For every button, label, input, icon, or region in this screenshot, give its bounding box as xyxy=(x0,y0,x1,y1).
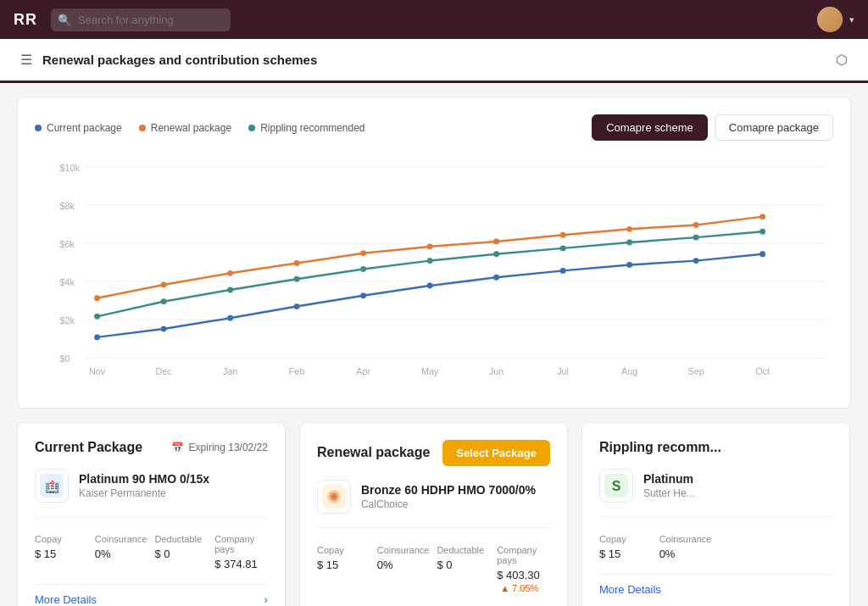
subheader: ☰ Renewal packages and contribution sche… xyxy=(0,39,868,83)
line-chart: $10k $8k $6k $4k $2k $0 Nov Dec Jan Feb … xyxy=(35,154,833,387)
svg-point-23 xyxy=(94,334,100,340)
renewal-company-pays-value: $ 403.30 ▲ 7.05% xyxy=(497,569,550,594)
renewal-copay-value: $ 15 xyxy=(317,559,370,571)
renewal-package-title: Renewal package xyxy=(317,445,430,460)
renewal-coinsurance-label: Coinsurance xyxy=(377,545,431,555)
renewal-plan-icon xyxy=(317,480,351,514)
renewal-deductable-col: Deductable $ 0 xyxy=(437,545,490,594)
svg-text:$8k: $8k xyxy=(59,201,75,211)
current-more-details-link[interactable]: More Details › xyxy=(35,584,268,606)
compare-scheme-button[interactable]: Comapre scheme xyxy=(592,114,708,141)
current-plan-name: Platinum 90 HMO 0/15x xyxy=(79,472,209,486)
current-package-header: Current Package 📅 Expiring 13/02/22 xyxy=(35,440,268,455)
chevron-down-icon[interactable]: ▾ xyxy=(849,14,854,25)
legend-label: Current package xyxy=(47,122,122,134)
svg-point-55 xyxy=(760,229,765,235)
rippling-plan-info: S Platinum Sutter He... xyxy=(599,469,832,517)
svg-point-41 xyxy=(560,232,566,238)
renewal-plan-grid: Copay $ 15 Coinsurance 0% Deductable $ 0… xyxy=(317,545,550,594)
current-plan-provider: Kaiser Permanente xyxy=(79,487,209,499)
renewal-plan-details: Bronze 60 HDHP HMO 7000/0% CalChoice xyxy=(361,483,536,510)
svg-text:Sep: Sep xyxy=(688,366,704,376)
legend-item: Current package xyxy=(35,122,122,134)
compare-package-button[interactable]: Comapre package xyxy=(715,114,833,141)
chart-header: Current packageRenewal packageRippling r… xyxy=(35,114,833,141)
svg-point-53 xyxy=(626,240,632,246)
current-plan-grid: Copay $ 15 Coinsurance 0% Deductable $ 0… xyxy=(35,534,268,570)
rippling-more-details-link[interactable]: More Details xyxy=(599,574,832,596)
svg-text:$4k: $4k xyxy=(59,277,75,287)
svg-point-36 xyxy=(227,270,233,276)
rippling-copay-label: Copay xyxy=(599,534,653,544)
svg-point-51 xyxy=(493,251,499,257)
topnav-right: ▾ xyxy=(817,7,854,32)
renewal-package-header: Renewal package Select Package xyxy=(317,440,550,466)
current-plan-info: 🏥 Platinum 90 HMO 0/15x Kaiser Permanent… xyxy=(35,469,268,517)
svg-text:🏥: 🏥 xyxy=(45,480,60,494)
svg-point-46 xyxy=(161,298,167,304)
avatar[interactable] xyxy=(817,7,843,32)
top-navigation: RR 🔍 ▾ xyxy=(0,0,868,39)
svg-point-34 xyxy=(94,295,100,301)
main-content: Current packageRenewal packageRippling r… xyxy=(0,83,868,606)
current-deductable-col: Deductable $ 0 xyxy=(154,534,208,570)
svg-point-49 xyxy=(360,266,366,272)
svg-point-44 xyxy=(760,214,765,220)
svg-point-50 xyxy=(427,258,433,264)
svg-text:$2k: $2k xyxy=(59,315,75,325)
chart-svg-wrapper: $10k $8k $6k $4k $2k $0 Nov Dec Jan Feb … xyxy=(35,154,833,391)
calendar-icon: 📅 xyxy=(171,442,184,453)
select-package-button[interactable]: Select Package xyxy=(442,440,550,466)
company-pays-change-badge: ▲ 7.05% xyxy=(500,583,538,593)
renewal-coinsurance-value: 0% xyxy=(377,559,431,571)
svg-text:Feb: Feb xyxy=(289,366,305,376)
hamburger-icon[interactable]: ☰ xyxy=(20,52,32,68)
rippling-plan-details: Platinum Sutter He... xyxy=(643,472,695,499)
svg-text:May: May xyxy=(421,366,439,376)
svg-text:$0: $0 xyxy=(59,353,70,364)
svg-point-54 xyxy=(693,235,699,241)
legend-dot xyxy=(35,125,42,131)
svg-point-47 xyxy=(227,287,233,293)
svg-point-37 xyxy=(294,260,300,266)
svg-text:Dec: Dec xyxy=(156,366,173,376)
svg-point-28 xyxy=(427,283,433,289)
legend-item: Renewal package xyxy=(139,122,231,134)
rippling-copay-col: Copay $ 15 xyxy=(599,534,653,560)
svg-point-52 xyxy=(560,245,566,251)
legend-label: Rippling recommended xyxy=(260,122,364,134)
svg-point-29 xyxy=(493,275,499,281)
svg-point-61 xyxy=(331,494,336,498)
svg-text:Apr: Apr xyxy=(356,366,370,376)
renewal-package-card: Renewal package Select Package Bronze 60… xyxy=(299,422,568,606)
svg-point-32 xyxy=(693,258,699,264)
search-input[interactable] xyxy=(51,8,231,31)
renewal-copay-col: Copay $ 15 xyxy=(317,545,370,594)
rippling-copay-value: $ 15 xyxy=(599,548,653,560)
rippling-coinsurance-col: Coinsurance 0% xyxy=(659,534,713,560)
svg-text:Nov: Nov xyxy=(89,366,106,376)
expiry-text: Expiring 13/02/22 xyxy=(189,442,268,453)
svg-text:$6k: $6k xyxy=(59,239,75,249)
chart-buttons: Comapre schemeComapre package xyxy=(592,114,833,141)
svg-point-42 xyxy=(626,226,632,232)
export-icon[interactable]: ⬡ xyxy=(836,52,848,68)
renewal-deductable-label: Deductable xyxy=(437,545,490,555)
subheader-left: ☰ Renewal packages and contribution sche… xyxy=(20,52,317,68)
svg-point-38 xyxy=(360,250,366,256)
svg-text:Aug: Aug xyxy=(621,366,637,376)
svg-text:Oct: Oct xyxy=(755,366,770,376)
current-coinsurance-col: Coinsurance 0% xyxy=(95,534,148,570)
svg-point-39 xyxy=(427,243,433,249)
renewal-plan-info: Bronze 60 HDHP HMO 7000/0% CalChoice xyxy=(317,480,550,528)
rippling-plan-provider: Sutter He... xyxy=(643,487,695,499)
svg-point-48 xyxy=(294,276,300,282)
legend-label: Renewal package xyxy=(151,122,231,134)
app-logo: RR xyxy=(14,11,37,29)
deductable-label: Deductable xyxy=(154,534,208,544)
packages-row: Current Package 📅 Expiring 13/02/22 🏥 Pl… xyxy=(17,422,851,606)
current-package-title: Current Package xyxy=(35,440,142,455)
expiry-badge: 📅 Expiring 13/02/22 xyxy=(171,442,268,453)
kaiser-icon: 🏥 xyxy=(40,474,64,498)
svg-text:Jul: Jul xyxy=(557,366,569,376)
